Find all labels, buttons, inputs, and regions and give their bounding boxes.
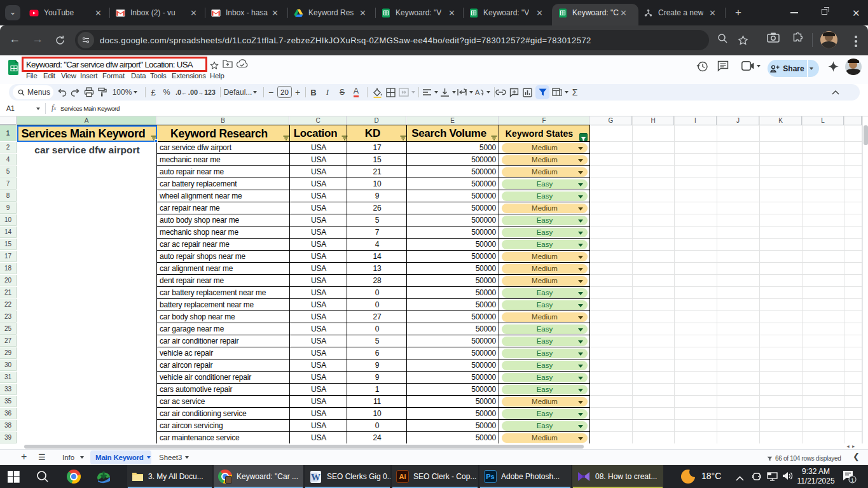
svg-text:W: W bbox=[311, 472, 320, 482]
svg-text:A: A bbox=[475, 88, 480, 96]
svg-text:1: 1 bbox=[851, 477, 854, 484]
